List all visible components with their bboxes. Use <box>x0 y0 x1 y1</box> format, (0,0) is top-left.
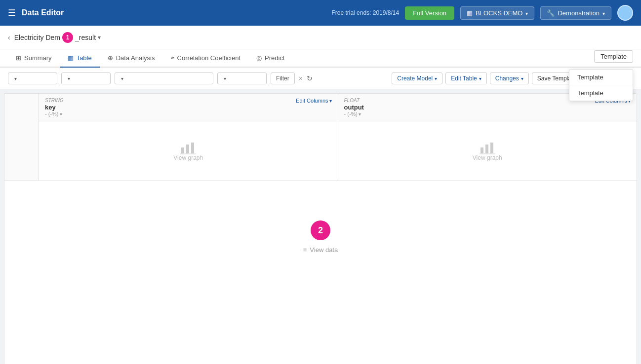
trial-text: Free trial ends: 2019/8/14 <box>331 9 399 16</box>
demonstration-chevron-icon <box>602 9 605 17</box>
table-tab-label: Table <box>77 54 92 62</box>
breadcrumb-path-start: Electricity Dem <box>14 34 60 41</box>
string-view-graph-label: View graph <box>173 154 203 161</box>
empty-state: 2 ≡ View data <box>4 181 637 293</box>
svg-rect-5 <box>485 145 488 153</box>
row-number-column <box>4 94 39 181</box>
blocks-demo-label: BLOCKS DEMO <box>476 9 522 17</box>
svg-rect-4 <box>481 147 483 153</box>
string-view-graph[interactable]: View graph <box>39 121 338 181</box>
clear-filter-button[interactable]: × <box>299 74 303 82</box>
breadcrumb: Electricity Dem 1 _result ▾ <box>14 32 101 43</box>
string-col-filter[interactable]: - (-%) <box>45 111 332 117</box>
breadcrumb-badge: 1 <box>62 32 73 43</box>
header-left: ☰ Data Editor <box>8 7 331 18</box>
string-edit-columns-label: Edit Columns <box>296 98 328 104</box>
float-view-graph-cell: View graph <box>338 121 637 181</box>
float-graph-icon <box>480 141 495 154</box>
sub-header: ‹ Electricity Dem 1 _result ▾ <box>0 26 641 49</box>
edit-table-button[interactable]: Edit Table <box>445 73 486 84</box>
template-dropdown-item-2[interactable]: Template <box>569 85 633 101</box>
template-button[interactable]: Template <box>594 50 633 63</box>
table-header: STRING Edit Columns key - (-%) <box>4 94 637 181</box>
avatar[interactable] <box>617 5 633 21</box>
filter-dropdown-4-chevron <box>224 75 226 82</box>
header-right: Free trial ends: 2019/8/14 Full Version … <box>331 5 633 21</box>
changes-button[interactable]: Changes <box>490 73 529 84</box>
float-filter-value: - (-%) <box>344 111 358 117</box>
demonstration-label: Demonstration <box>558 9 600 17</box>
create-model-label: Create Model <box>397 75 433 82</box>
predict-tab-icon: ◎ <box>256 54 262 62</box>
svg-rect-2 <box>191 143 194 153</box>
app-header: ☰ Data Editor Free trial ends: 2019/8/14… <box>0 0 641 26</box>
correlation-tab-label: Correlation Coefficient <box>177 54 240 62</box>
back-button[interactable]: ‹ <box>8 34 10 41</box>
filter-dropdown-1[interactable] <box>8 73 57 84</box>
template-dropdown-item-1[interactable]: Template <box>569 70 633 85</box>
float-view-graph-label: View graph <box>473 154 502 161</box>
data-analysis-tab-label: Data Analysis <box>116 54 155 62</box>
float-view-graph[interactable]: View graph <box>338 121 637 181</box>
svg-rect-6 <box>490 143 493 153</box>
tab-table[interactable]: ▦ Table <box>60 49 100 68</box>
tool-icon: 🔧 <box>547 9 555 17</box>
edit-table-label: Edit Table <box>451 75 477 82</box>
refresh-button[interactable]: ↻ <box>307 74 313 82</box>
filter-dropdown-4[interactable] <box>217 73 267 84</box>
filter-dropdown-2-chevron <box>68 75 70 82</box>
float-col-filter[interactable]: - (-%) <box>344 111 631 117</box>
filter-dropdown-1-chevron <box>14 75 17 82</box>
string-col-header: STRING Edit Columns key - (-%) <box>39 94 338 121</box>
view-data-icon: ≡ <box>303 246 307 254</box>
table-tab-icon: ▦ <box>68 54 74 62</box>
string-filter-chevron <box>60 111 62 117</box>
data-analysis-tab-icon: ⊕ <box>108 54 113 62</box>
string-filter-value: - (-%) <box>45 111 59 117</box>
float-col-type: FLOAT <box>344 98 360 103</box>
filter-dropdown-3-chevron <box>121 75 123 82</box>
string-graph-icon <box>180 141 196 154</box>
string-edit-columns-chevron <box>329 98 332 104</box>
breadcrumb-path-end: _result <box>75 34 96 41</box>
float-filter-chevron <box>359 111 361 117</box>
create-model-button[interactable]: Create Model <box>392 73 442 84</box>
view-data-label: View data <box>310 246 338 254</box>
tab-summary[interactable]: ⊞ Summary <box>8 49 60 68</box>
tab-predict[interactable]: ◎ Predict <box>248 49 292 68</box>
empty-state-text[interactable]: ≡ View data <box>303 246 338 254</box>
predict-tab-label: Predict <box>265 54 284 62</box>
filter-button[interactable]: Filter <box>271 73 295 84</box>
string-col-name: key <box>45 104 332 111</box>
tab-correlation[interactable]: ≈ Correlation Coefficient <box>162 49 248 68</box>
main-content: STRING Edit Columns key - (-%) <box>4 93 637 364</box>
correlation-tab-icon: ≈ <box>170 54 174 62</box>
full-version-button[interactable]: Full Version <box>405 6 454 20</box>
string-view-graph-cell: View graph <box>39 121 338 181</box>
hamburger-menu-icon[interactable]: ☰ <box>8 7 16 18</box>
app-title: Data Editor <box>22 8 64 17</box>
string-edit-columns-link[interactable]: Edit Columns <box>296 98 331 104</box>
blocks-demo-chevron-icon <box>525 9 528 17</box>
string-column: STRING Edit Columns key - (-%) <box>39 94 338 181</box>
tabs-bar: ⊞ Summary ▦ Table ⊕ Data Analysis ≈ Corr… <box>0 49 641 68</box>
float-col-name: output <box>344 104 631 111</box>
changes-chevron <box>521 75 523 82</box>
edit-table-chevron <box>479 75 481 82</box>
float-column: FLOAT Edit Columns output - (-%) <box>338 94 637 181</box>
demonstration-button[interactable]: 🔧 Demonstration <box>540 6 611 20</box>
tab-data-analysis[interactable]: ⊕ Data Analysis <box>100 49 163 68</box>
summary-tab-icon: ⊞ <box>16 54 21 62</box>
tabs-right: Template <box>594 50 633 67</box>
svg-rect-0 <box>181 147 184 153</box>
filter-dropdown-2[interactable] <box>61 73 111 84</box>
summary-tab-label: Summary <box>24 54 52 62</box>
create-model-chevron <box>435 75 437 82</box>
empty-state-badge: 2 <box>311 220 330 240</box>
breadcrumb-dropdown-icon[interactable]: ▾ <box>98 34 101 41</box>
changes-label: Changes <box>495 75 519 82</box>
svg-rect-1 <box>186 145 189 153</box>
filter-dropdown-3[interactable] <box>115 73 213 84</box>
string-col-type: STRING <box>45 98 64 103</box>
blocks-demo-button[interactable]: ▦ BLOCKS DEMO <box>460 6 534 20</box>
